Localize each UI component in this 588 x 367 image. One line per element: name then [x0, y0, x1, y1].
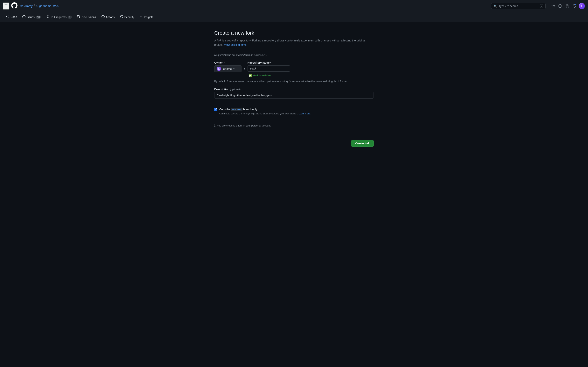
owner-dropdown-icon: ▾ — [233, 67, 234, 70]
repo-owner-link[interactable]: CaiJimmy — [20, 4, 33, 8]
availability-text: stack is available. — [253, 74, 271, 77]
issues-nav-button[interactable] — [558, 3, 563, 8]
owner-select-button[interactable]: L letrome ▾ — [214, 65, 242, 72]
pull-requests-badge: 8 — [68, 16, 72, 19]
fork-name-helper-text: By default, forks are named the same as … — [214, 79, 374, 83]
issues-icon — [22, 15, 25, 19]
required-fields-note: Required fields are marked with an aster… — [214, 53, 374, 56]
tab-actions-label: Actions — [106, 16, 115, 19]
copy-branch-helper-text: Contribute back to CaiJimmy/hugo-theme-s… — [219, 112, 298, 115]
copy-branch-label[interactable]: Copy the master branch only — [219, 108, 257, 111]
optional-label: (optional) — [230, 88, 241, 91]
tab-code[interactable]: Code — [4, 12, 19, 22]
description-group: Description (optional) — [214, 88, 374, 99]
owner-repo-separator: / — [244, 66, 245, 72]
plus-icon: + — [551, 4, 553, 8]
copy-branch-helper: Contribute back to CaiJimmy/hugo-theme-s… — [219, 112, 311, 115]
search-bar[interactable]: 🔍 Type / to search / — [491, 3, 546, 9]
actions-icon — [102, 15, 105, 19]
info-icon: ℹ — [214, 124, 216, 127]
repo-name-group: Repository name * — [248, 61, 290, 72]
copy-branch-row: Copy the master branch only Contribute b… — [214, 108, 374, 115]
description-label: Description (optional) — [214, 88, 374, 91]
repo-name-link[interactable]: hugo-theme-stack — [36, 4, 59, 8]
learn-more-link[interactable]: Learn more. — [298, 112, 311, 115]
hamburger-icon: ☰ — [4, 4, 8, 8]
section-divider-1 — [214, 50, 374, 50]
repo-path: CaiJimmy / hugo-theme-stack — [20, 4, 59, 8]
tab-code-label: Code — [10, 15, 17, 18]
availability-check-icon: ✅ — [249, 74, 252, 77]
form-actions: Create fork — [214, 137, 374, 147]
info-text: You are creating a fork in your personal… — [217, 124, 271, 127]
notifications-button[interactable] — [572, 3, 577, 8]
tab-issues[interactable]: Issues 10 — [20, 12, 43, 22]
path-separator: / — [34, 4, 35, 8]
dropdown-chevron-icon: ▾ — [553, 4, 555, 8]
nav-icon-group: + ▾ L — [550, 3, 585, 9]
issues-badge: 10 — [36, 16, 41, 19]
search-icon: 🔍 — [494, 4, 497, 8]
tab-pull-requests[interactable]: Pull requests 8 — [44, 12, 74, 22]
search-slash-badge: / — [540, 4, 543, 8]
new-item-button[interactable]: + ▾ — [550, 3, 556, 9]
owner-label: Owner * — [214, 61, 242, 64]
create-fork-button[interactable]: Create fork — [351, 140, 374, 147]
view-forks-link[interactable]: View existing forks. — [224, 43, 247, 46]
tab-discussions-label: Discussions — [81, 16, 96, 19]
section-divider-2 — [214, 134, 374, 134]
page-title: Create a new fork — [214, 30, 374, 36]
tab-security-label: Security — [124, 16, 134, 19]
pull-requests-icon — [47, 15, 49, 19]
availability-message: ✅ stack is available. — [249, 74, 374, 77]
copy-branch-checkbox[interactable] — [214, 108, 217, 111]
owner-group: Owner * L letrome ▾ — [214, 61, 242, 72]
tab-insights-label: Insights — [144, 16, 153, 19]
owner-value: letrome — [223, 67, 232, 70]
tab-actions[interactable]: Actions — [99, 12, 117, 22]
pull-requests-nav-button[interactable] — [565, 3, 570, 8]
tab-pull-requests-label: Pull requests — [51, 16, 66, 19]
discussions-icon — [77, 15, 80, 19]
search-placeholder-text: Type / to search — [499, 4, 539, 8]
hamburger-menu[interactable]: ☰ — [3, 2, 9, 9]
repo-navigation: Code Issues 10 Pull requests 8 Discussio… — [0, 12, 588, 22]
page-description: A fork is a copy of a repository. Forkin… — [214, 38, 374, 47]
owner-avatar: L — [217, 67, 221, 71]
tab-discussions[interactable]: Discussions — [75, 12, 98, 22]
info-section: ℹ You are creating a fork in your person… — [214, 124, 374, 127]
security-icon — [120, 15, 123, 19]
copy-branch-label-container: Copy the master branch only Contribute b… — [219, 108, 311, 115]
code-icon — [6, 15, 9, 19]
top-navigation: ☰ CaiJimmy / hugo-theme-stack 🔍 Type / t… — [0, 0, 588, 12]
description-input[interactable] — [214, 92, 374, 99]
notification-dot — [575, 4, 576, 5]
copy-branch-section: Copy the master branch only Contribute b… — [214, 104, 374, 118]
main-content: Create a new fork A fork is a copy of a … — [210, 30, 378, 147]
branch-name-code: master — [231, 108, 242, 111]
tab-insights[interactable]: Insights — [137, 12, 156, 22]
tab-security[interactable]: Security — [118, 12, 137, 22]
tab-issues-label: Issues — [27, 16, 34, 19]
github-logo[interactable] — [11, 2, 17, 9]
repo-name-label: Repository name * — [248, 61, 290, 64]
insights-icon — [140, 15, 143, 19]
avatar[interactable]: L — [579, 3, 585, 9]
repo-name-input[interactable] — [248, 65, 290, 72]
owner-repo-row: Owner * L letrome ▾ / Repository name * — [214, 61, 374, 72]
